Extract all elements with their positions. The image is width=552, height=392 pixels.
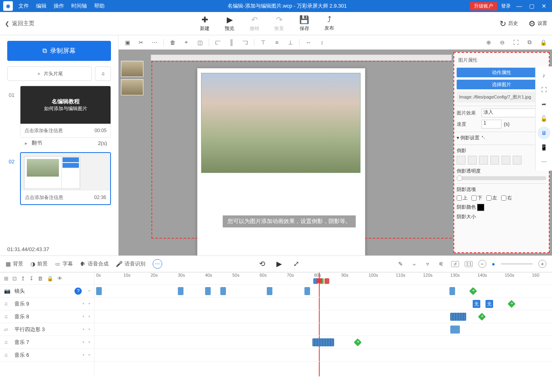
track-music-8[interactable]: ♫ 音乐 8 •• — [0, 310, 94, 323]
track-music-9[interactable]: ♫ 音乐 9 •• — [0, 298, 94, 310]
dist-v-icon[interactable]: ↕ — [317, 38, 327, 47]
select-image-button[interactable]: 选择图片 — [457, 80, 546, 89]
audio-clip[interactable] — [312, 338, 334, 346]
expand-button[interactable]: ⤢ — [293, 259, 299, 268]
close-button[interactable]: ✕ — [540, 3, 548, 9]
audio-clip[interactable] — [450, 313, 466, 321]
tab-tts[interactable]: 🗣语音合成 — [80, 260, 109, 267]
tab-foreground[interactable]: ◑前景 — [30, 260, 48, 267]
lane-music-8[interactable] — [95, 310, 552, 323]
clip-badge-none[interactable]: 无 — [473, 300, 480, 308]
menu-timeline[interactable]: 时间轴 — [71, 2, 87, 10]
record-screen-button[interactable]: ⧉ 录制屏幕 — [7, 41, 111, 61]
align-middle-icon[interactable]: ≡ — [272, 38, 282, 47]
track-music-7[interactable]: ♫ 音乐 7 •• — [0, 336, 94, 349]
camera-clip[interactable] — [267, 287, 272, 295]
more-icon[interactable]: ⋯ — [150, 38, 159, 47]
cut-icon[interactable]: ✂ — [136, 38, 146, 47]
zoom-out-icon[interactable]: ⊖ — [498, 38, 507, 47]
add-intro-outro-button[interactable]: ＋ 片头片尾 — [7, 66, 92, 81]
align-bottom-icon[interactable]: ⊥ — [286, 38, 295, 47]
camera-clip[interactable] — [449, 287, 455, 295]
tl-up-icon[interactable]: ↥ — [21, 275, 25, 281]
reflection-option[interactable] — [457, 156, 465, 165]
track-shape-3[interactable]: ▱ 平行四边形 3 •• — [0, 323, 94, 336]
step-back-button[interactable]: ⟲ — [259, 259, 265, 268]
dist-h-icon[interactable]: ↔ — [304, 38, 313, 47]
keyframe-diamond[interactable] — [478, 313, 486, 321]
publish-button[interactable]: ⤴发布 — [324, 15, 334, 32]
desktop-tool[interactable]: 🖥 — [538, 127, 550, 139]
back-button[interactable]: ❮ 返回主页 — [5, 20, 34, 27]
zoom-in-icon[interactable]: ⊕ — [484, 38, 494, 47]
track-dot[interactable]: • — [88, 288, 90, 294]
reflection-option[interactable] — [513, 156, 522, 165]
reflection-opacity-slider[interactable] — [457, 176, 546, 180]
preview-button[interactable]: ▶预览 — [225, 15, 234, 32]
align-right-icon[interactable]: ⫎ — [240, 38, 250, 47]
scene-item-2[interactable]: 02 点击添加备注信息 02:36 — [7, 152, 111, 205]
play-button[interactable]: ▶ — [276, 259, 282, 268]
fit-icon[interactable]: ⛶ — [511, 38, 521, 47]
transition-row[interactable]: ▸ 翻书 2(s) — [7, 138, 111, 147]
shadow-left-checkbox[interactable]: 左 — [486, 195, 497, 201]
shape-clip[interactable] — [450, 326, 460, 334]
menu-file[interactable]: 文件 — [18, 2, 29, 10]
reflection-option[interactable] — [502, 156, 510, 165]
align-left-icon[interactable]: ⫍ — [213, 38, 223, 47]
shadow-down-checkbox[interactable]: 下 — [471, 195, 482, 201]
music-button[interactable]: ♫ — [95, 66, 111, 81]
lane-shape-3[interactable] — [95, 323, 552, 336]
scene-note[interactable]: 点击添加备注信息 — [25, 194, 63, 201]
tl-add-icon[interactable]: ⊞ — [4, 275, 8, 281]
layer-icon[interactable]: ▣ — [123, 38, 132, 47]
login-button[interactable]: 登录 — [501, 3, 511, 10]
arrow-tool[interactable]: ➦ — [538, 98, 550, 111]
camera-clip[interactable] — [220, 287, 226, 295]
zoom-in-timeline-icon[interactable]: + — [538, 260, 546, 268]
zoom-slider[interactable] — [501, 263, 533, 265]
redo-button[interactable]: ↷恢复 — [274, 15, 284, 32]
zoom-dot-icon[interactable]: ● — [492, 261, 495, 267]
menu-edit[interactable]: 编辑 — [36, 2, 46, 10]
lane-camera[interactable] — [95, 285, 552, 298]
speed-input[interactable]: 1 — [481, 120, 502, 129]
scene-item-1[interactable]: 01 名编辑教程 如何添加与编辑图片 点击添加备注信息 00:05 — [7, 86, 111, 138]
track-camera[interactable]: 📷 镜头 ? • — [0, 285, 94, 298]
more-tool[interactable]: ⋯ — [538, 155, 550, 168]
settings-button[interactable]: ⚙设置 — [528, 19, 547, 28]
keyframe-diamond[interactable] — [354, 338, 362, 346]
minimize-button[interactable]: — — [515, 3, 524, 9]
focus-icon[interactable]: ⌖ — [181, 38, 191, 47]
align-center-icon[interactable]: ║ — [227, 38, 236, 47]
settings-small-icon[interactable]: ⚟ — [437, 261, 445, 267]
camera-clip[interactable] — [205, 287, 211, 295]
canvas-stage[interactable]: 您可以为图片添加动画效果，设置倒影，阴影等。 图片属性 动作属性 选择图片 Im… — [119, 50, 552, 255]
track-music-6[interactable]: ♫ 音乐 6 •• — [0, 349, 94, 362]
marker-red[interactable] — [324, 278, 329, 284]
tab-background[interactable]: ▦背景 — [6, 260, 23, 267]
camera-clip[interactable] — [96, 287, 102, 295]
lane-music-9[interactable]: 无 无 — [95, 298, 552, 310]
new-button[interactable]: ✚新建 — [200, 15, 210, 32]
align-top-icon[interactable]: ⊤ — [258, 38, 268, 47]
animation-props-button[interactable]: 动作属性 — [457, 68, 546, 77]
lane-music-7[interactable] — [95, 336, 552, 349]
edit-icon[interactable]: ✎ — [397, 261, 405, 267]
reset-icon[interactable]: ↺ — [451, 261, 459, 267]
keyframe-diamond[interactable] — [508, 300, 516, 308]
page-thumb[interactable] — [121, 79, 143, 95]
camera-clip[interactable] — [178, 287, 183, 295]
lane-music-6[interactable] — [95, 349, 552, 362]
help-icon[interactable]: ? — [75, 287, 82, 295]
music-tool[interactable]: ♪ — [538, 69, 550, 82]
copy-icon[interactable]: ⧉ — [525, 38, 534, 47]
unlock-tool[interactable]: 🔓 — [538, 112, 550, 125]
keyframe-diamond[interactable] — [469, 287, 477, 295]
play-transition-icon[interactable]: ▸ — [25, 140, 28, 146]
shadow-color-swatch[interactable] — [477, 204, 484, 211]
ratio-11-icon[interactable]: 1:1 — [465, 261, 473, 267]
zoom-out-timeline-icon[interactable]: − — [478, 260, 486, 268]
reflection-option[interactable] — [490, 156, 499, 165]
camera-clip[interactable] — [304, 287, 310, 295]
